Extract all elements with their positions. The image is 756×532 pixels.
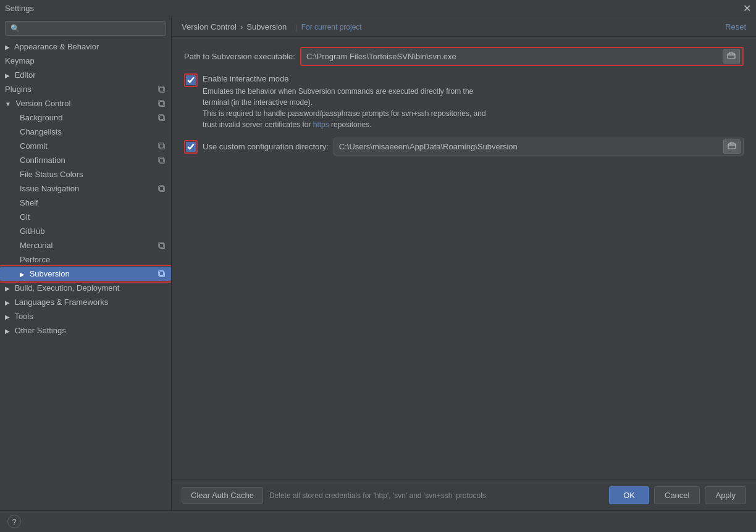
window-title: Settings: [5, 4, 34, 13]
custom-dir-browse-button[interactable]: [723, 139, 741, 154]
svg-rect-4: [160, 115, 165, 120]
sidebar-item-editor[interactable]: ▶ Editor: [0, 68, 171, 82]
apply-button[interactable]: Apply: [705, 486, 746, 504]
footer: Clear Auth Cache Delete all stored crede…: [172, 480, 756, 510]
custom-dir-row: Use custom configuration directory:: [184, 138, 744, 156]
help-button[interactable]: ?: [7, 515, 21, 528]
chevron-right-icon: ▶: [20, 271, 25, 278]
breadcrumb-current: Subversion: [246, 22, 287, 31]
cancel-button[interactable]: Cancel: [654, 486, 700, 504]
bottom-bar: ?: [0, 510, 756, 532]
custom-dir-input-wrap: [334, 138, 744, 156]
copy-icon: [158, 85, 166, 94]
close-button[interactable]: ✕: [743, 2, 751, 14]
chevron-right-icon: ▶: [5, 299, 10, 306]
path-row: Path to Subversion executable:: [184, 47, 744, 66]
path-input[interactable]: [304, 51, 723, 62]
path-label: Path to Subversion executable:: [184, 52, 295, 61]
svg-rect-15: [159, 270, 164, 275]
path-input-wrap: [300, 47, 744, 66]
enable-interactive-checkbox[interactable]: [186, 75, 196, 85]
chevron-right-icon: ▶: [5, 285, 10, 292]
copy-icon: [158, 270, 166, 278]
settings-window: Settings ✕ 🔍 ▶ Appearance & Behavior Key…: [0, 0, 756, 532]
svg-rect-5: [159, 114, 164, 119]
ok-button[interactable]: OK: [609, 486, 649, 504]
svg-rect-1: [159, 86, 164, 91]
titlebar: Settings ✕: [0, 0, 756, 17]
copy-icon: [158, 241, 166, 250]
sidebar-item-mercurial[interactable]: Mercurial: [0, 238, 171, 252]
sidebar-item-github[interactable]: GitHub: [0, 224, 171, 238]
search-input[interactable]: [22, 24, 161, 33]
path-browse-button[interactable]: [723, 49, 740, 64]
svg-rect-0: [160, 87, 165, 92]
sidebar-item-background[interactable]: Background: [0, 110, 171, 125]
svg-rect-11: [159, 185, 164, 190]
svg-rect-2: [160, 101, 165, 106]
content-body: Path to Subversion executable: Enable: [172, 37, 756, 480]
sidebar-item-build-execution-deployment[interactable]: ▶ Build, Execution, Deployment: [0, 281, 171, 295]
svg-rect-12: [160, 243, 165, 248]
enable-interactive-desc: Emulates the behavior when Subversion co…: [203, 86, 486, 130]
svg-rect-8: [160, 158, 165, 163]
sidebar-item-changelists[interactable]: Changelists: [0, 125, 171, 139]
copy-icon: [158, 142, 166, 151]
breadcrumb: Version Control › Subversion | For curre…: [182, 22, 362, 31]
chevron-right-icon: ▶: [5, 328, 10, 335]
sidebar-item-keymap[interactable]: Keymap: [0, 54, 171, 68]
chevron-down-icon: ▼: [5, 101, 11, 107]
footer-right: OK Cancel Apply: [609, 486, 746, 504]
sidebar-item-commit[interactable]: Commit: [0, 139, 171, 153]
sidebar-item-appearance-behavior[interactable]: ▶ Appearance & Behavior: [0, 39, 171, 54]
sidebar-item-perforce[interactable]: Perforce: [0, 252, 171, 267]
custom-dir-checkbox-outline: [184, 140, 198, 154]
footer-left: Clear Auth Cache Delete all stored crede…: [182, 487, 486, 504]
custom-dir-checkbox[interactable]: [186, 142, 196, 152]
copy-icon: [158, 185, 166, 193]
svg-rect-6: [160, 144, 165, 149]
sidebar-item-shelf[interactable]: Shelf: [0, 196, 171, 210]
search-icon: 🔍: [10, 24, 20, 33]
clear-cache-desc: Delete all stored credentials for 'http'…: [269, 491, 486, 500]
custom-dir-label: Use custom configuration directory:: [203, 142, 329, 151]
chevron-right-icon: ▶: [5, 72, 10, 79]
svg-rect-17: [728, 144, 736, 149]
chevron-right-icon: ▶: [5, 44, 10, 51]
search-box[interactable]: 🔍: [5, 21, 166, 36]
copy-icon: [158, 156, 166, 165]
for-project-link[interactable]: For current project: [301, 23, 362, 31]
https-link[interactable]: https: [313, 120, 329, 129]
sidebar-item-confirmation[interactable]: Confirmation: [0, 153, 171, 167]
clear-auth-cache-button[interactable]: Clear Auth Cache: [182, 487, 263, 504]
breadcrumb-separator: ›: [240, 22, 243, 31]
sidebar-item-file-status-colors[interactable]: File Status Colors: [0, 167, 171, 181]
svg-rect-3: [159, 100, 164, 105]
enable-interactive-label: Enable interactive mode: [203, 74, 486, 83]
sidebar-item-languages-frameworks[interactable]: ▶ Languages & Frameworks: [0, 295, 171, 309]
breadcrumb-part1: Version Control: [182, 22, 237, 31]
enable-interactive-row: Enable interactive mode Emulates the beh…: [184, 73, 744, 130]
chevron-right-icon: ▶: [5, 314, 10, 320]
copy-icon: [158, 99, 166, 108]
content-header: Version Control › Subversion | For curre…: [172, 17, 756, 37]
sidebar-item-tools[interactable]: ▶ Tools: [0, 309, 171, 323]
sidebar-item-plugins[interactable]: Plugins: [0, 82, 171, 96]
sidebar-item-other-settings[interactable]: ▶ Other Settings: [0, 323, 171, 338]
svg-rect-14: [160, 272, 165, 276]
sidebar-item-version-control[interactable]: ▼ Version Control: [0, 96, 171, 110]
svg-rect-9: [159, 157, 164, 162]
svg-rect-13: [159, 242, 164, 247]
sidebar-item-subversion[interactable]: ▶ Subversion: [0, 267, 171, 281]
custom-dir-input[interactable]: [337, 141, 723, 152]
copy-icon: [158, 114, 166, 122]
reset-button[interactable]: Reset: [725, 22, 746, 31]
svg-rect-16: [728, 54, 735, 59]
content-panel: Version Control › Subversion | For curre…: [172, 17, 756, 510]
sidebar: 🔍 ▶ Appearance & Behavior Keymap ▶ Edito…: [0, 17, 172, 510]
svg-rect-10: [160, 186, 165, 191]
sidebar-item-git[interactable]: Git: [0, 210, 171, 224]
enable-interactive-checkbox-outline: [184, 73, 198, 87]
sidebar-item-issue-navigation[interactable]: Issue Navigation: [0, 181, 171, 196]
svg-rect-7: [159, 143, 164, 148]
